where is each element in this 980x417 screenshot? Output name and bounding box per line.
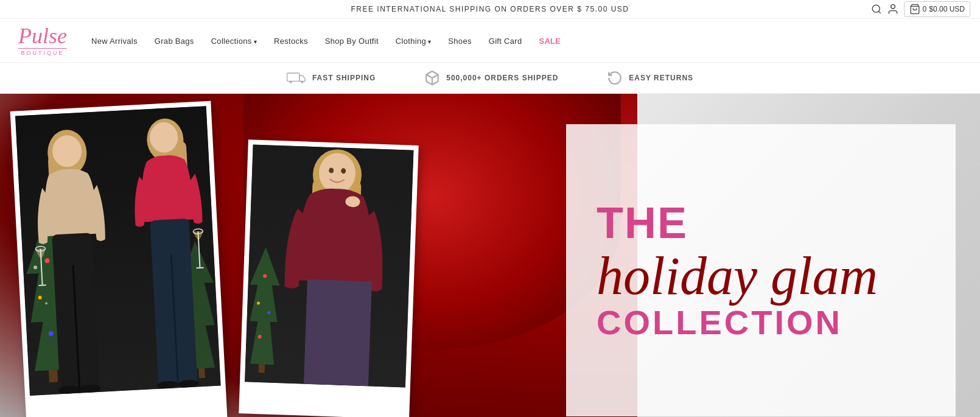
box-icon [424,70,440,86]
svg-point-5 [290,81,292,83]
logo-sub: BOUTIQUE [18,48,67,56]
feature-orders: 500,000+ ORDERS SHIPPED [424,70,558,86]
announcement-text: FREE INTERNATIONAL SHIPPING ON ORDERS OV… [351,5,629,13]
cart-amount: $0.00 USD [929,5,965,13]
account-button[interactable] [887,3,899,15]
nav-item-grab-bags[interactable]: Grab Bags [155,35,194,46]
nav-link-grab-bags[interactable]: Grab Bags [155,37,194,46]
nav-link-shop-outfit[interactable]: Shop By Outfit [325,37,379,46]
cart-icon [909,4,920,15]
hero-line3: COLLECTION [597,306,842,340]
navigation-bar: Pulse BOUTIQUE New Arrivals Grab Bags Co… [0,19,980,63]
svg-point-2 [891,5,895,9]
hero-photo-1-inner [15,106,221,396]
return-icon [607,70,623,86]
truck-icon [287,71,306,85]
user-icon [887,3,899,15]
nav-link-shoes[interactable]: Shoes [448,37,471,46]
woman-figure-2 [127,113,214,390]
feature-returns-label: EASY RETURNS [629,74,693,82]
nav-item-clothing[interactable]: Clothing [396,35,432,46]
feature-shipping: FAST SHIPPING [287,71,376,85]
nav-link-sale[interactable]: SALE [539,37,561,46]
nav-item-collections[interactable]: Collections [211,35,257,46]
nav-item-shoes[interactable]: Shoes [448,35,471,46]
svg-line-1 [878,11,880,13]
header-icons: 0 $0.00 USD [871,1,970,17]
svg-line-38 [197,268,204,268]
hero-photo-1 [10,101,228,417]
nav-link-clothing[interactable]: Clothing [396,37,432,46]
cart-button[interactable]: 0 $0.00 USD [904,1,970,17]
feature-returns: EASY RETURNS [607,70,693,86]
nav-link-gift-card[interactable]: Gift Card [489,37,522,46]
svg-point-0 [872,5,880,12]
hero-photo-2 [239,139,419,417]
feature-orders-label: 500,000+ ORDERS SHIPPED [446,74,558,82]
hero-line1: THE [597,201,688,245]
nav-item-gift-card[interactable]: Gift Card [489,35,522,46]
nav-link-restocks[interactable]: Restocks [274,37,308,46]
hero-photo-2-inner [245,145,413,388]
logo-brand: Pulse [18,25,67,47]
nav-item-new-arrivals[interactable]: New Arrivals [91,35,138,46]
nav-item-shop-outfit[interactable]: Shop By Outfit [325,35,379,46]
search-icon [871,4,882,15]
hero-text-box: THE holiday glam COLLECTION [566,124,956,416]
announcement-bar: FREE INTERNATIONAL SHIPPING ON ORDERS OV… [0,0,980,19]
cart-count: 0 [923,5,927,13]
svg-rect-52 [304,279,372,387]
nav-links: New Arrivals Grab Bags Collections Resto… [91,35,561,46]
nav-item-restocks[interactable]: Restocks [274,35,308,46]
hero-section: THE holiday glam COLLECTION [0,94,980,417]
woman-figure-1 [28,124,118,395]
nav-link-collections[interactable]: Collections [211,37,257,46]
nav-link-new-arrivals[interactable]: New Arrivals [91,37,138,46]
nav-item-sale[interactable]: SALE [539,35,561,46]
svg-rect-4 [287,73,299,81]
feature-shipping-label: FAST SHIPPING [312,74,376,82]
hero-line2: holiday glam [597,250,878,303]
logo[interactable]: Pulse BOUTIQUE [18,25,67,56]
search-button[interactable] [871,4,882,15]
svg-line-28 [39,285,46,286]
woman-figure-solo [260,145,408,387]
svg-point-6 [301,81,303,83]
feature-bar: FAST SHIPPING 500,000+ ORDERS SHIPPED EA… [0,63,980,94]
